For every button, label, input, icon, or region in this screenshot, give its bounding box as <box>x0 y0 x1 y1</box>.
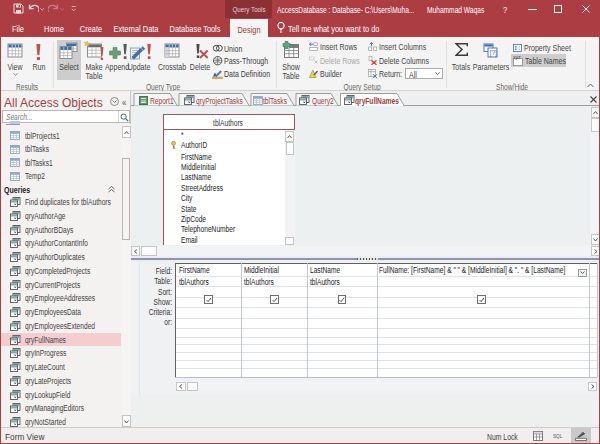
svg-text:xyz: xyz <box>513 55 521 60</box>
svg-text:[?]: [?] <box>490 49 497 57</box>
